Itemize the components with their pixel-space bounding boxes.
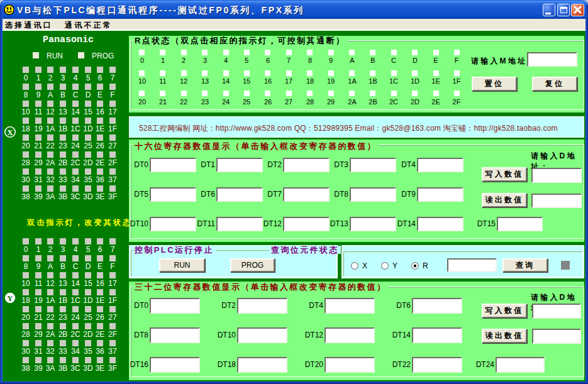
- svg-text:X: X: [7, 128, 13, 137]
- svg-text:Y: Y: [7, 293, 13, 303]
